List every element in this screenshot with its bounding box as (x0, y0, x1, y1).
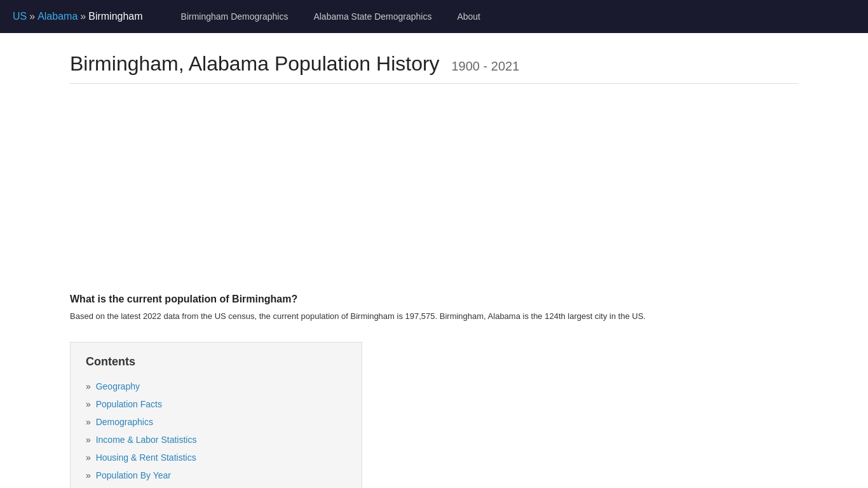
page-title-container: Birmingham, Alabama Population History 1… (70, 52, 798, 76)
contents-item-population-facts: » Population Facts (86, 395, 346, 413)
bullet-icon: » (86, 452, 91, 463)
ad-area (70, 97, 798, 274)
year-range: 1900 - 2021 (452, 59, 520, 73)
contents-link-demographics[interactable]: Demographics (96, 417, 153, 427)
contents-item-housing-rent: » Housing & Rent Statistics (86, 449, 346, 466)
nav-links: Birmingham Demographics Alabama State De… (168, 0, 493, 33)
breadcrumb-separator-1: » (29, 11, 35, 22)
nav-link-birmingham-demographics[interactable]: Birmingham Demographics (168, 0, 301, 33)
bullet-icon: » (86, 470, 91, 480)
nav-link-about[interactable]: About (444, 0, 493, 33)
contents-link-income-labor[interactable]: Income & Labor Statistics (96, 435, 197, 445)
contents-item-income-labor: » Income & Labor Statistics (86, 431, 346, 449)
breadcrumb-alabama[interactable]: Alabama (37, 11, 78, 22)
nav-link-alabama-state-demographics[interactable]: Alabama State Demographics (301, 0, 444, 33)
navbar: US » Alabama » Birmingham Birmingham Dem… (0, 0, 868, 33)
contents-link-geography[interactable]: Geography (96, 381, 140, 391)
question-section: What is the current population of Birmin… (70, 294, 798, 323)
contents-item-geography: » Geography (86, 377, 346, 395)
main-content: Birmingham, Alabama Population History 1… (0, 33, 868, 488)
breadcrumb-separator-2: » (80, 11, 86, 22)
contents-list: » Geography » Population Facts » Demogra… (86, 377, 346, 484)
contents-title: Contents (86, 355, 346, 369)
contents-box: Contents » Geography » Population Facts … (70, 342, 362, 489)
page-title-text: Birmingham, Alabama Population History (70, 52, 440, 75)
bullet-icon: » (86, 399, 91, 409)
contents-link-population-facts[interactable]: Population Facts (96, 399, 162, 409)
bullet-icon: » (86, 435, 91, 445)
breadcrumb-us[interactable]: US (13, 11, 27, 22)
question-answer: Based on the latest 2022 data from the U… (70, 310, 798, 323)
bullet-icon: » (86, 417, 91, 427)
contents-link-population-by-year[interactable]: Population By Year (96, 470, 171, 480)
contents-link-housing-rent[interactable]: Housing & Rent Statistics (96, 452, 196, 463)
breadcrumb-current: Birmingham (88, 11, 142, 22)
breadcrumb: US » Alabama » Birmingham (13, 11, 143, 22)
contents-item-demographics: » Demographics (86, 413, 346, 431)
question-heading: What is the current population of Birmin… (70, 294, 798, 305)
contents-item-population-by-year: » Population By Year (86, 466, 346, 484)
page-title: Birmingham, Alabama Population History 1… (70, 52, 798, 76)
title-divider (70, 83, 798, 84)
bullet-icon: » (86, 381, 91, 391)
